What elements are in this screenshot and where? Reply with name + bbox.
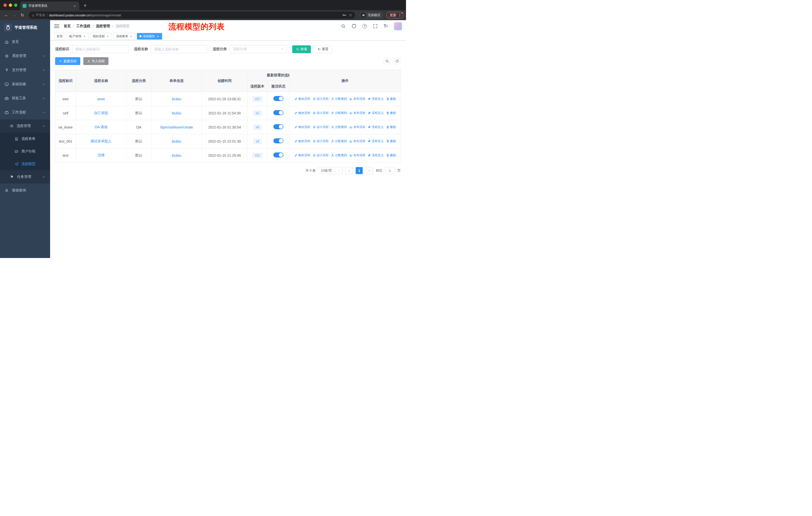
row-action-delete-process[interactable]: 删除	[386, 139, 396, 143]
search-button[interactable]: 搜索	[292, 45, 311, 53]
row-action-delete-process[interactable]: 删除	[386, 153, 396, 158]
sidebar-item-workflow[interactable]: 工作流程	[0, 105, 50, 119]
process-name-link[interactable]: eeee	[97, 97, 105, 101]
row-action-design-process[interactable]: 设计流程	[313, 111, 329, 115]
row-action-deploy-process[interactable]: 发布流程	[349, 97, 366, 101]
status-toggle[interactable]	[273, 96, 283, 101]
app-logo[interactable]: 芋道管理系统	[0, 20, 50, 35]
row-action-assign-rules[interactable]: 分配规则	[331, 153, 347, 158]
row-action-process-definition[interactable]: 流程定义	[368, 111, 384, 115]
goto-page-input[interactable]	[385, 167, 395, 174]
refresh-table-button[interactable]	[393, 57, 401, 65]
sidebar-item-process-mgmt[interactable]: 流程管理	[0, 119, 50, 133]
new-tab-button[interactable]: +	[81, 2, 89, 9]
page-1-button[interactable]: 1	[356, 167, 363, 174]
row-action-design-process[interactable]: 设计流程	[313, 125, 329, 129]
reset-button[interactable]: ↻ 重置	[314, 45, 332, 53]
github-icon[interactable]	[352, 24, 356, 28]
row-action-design-process[interactable]: 设计流程	[313, 139, 329, 143]
form-info-link[interactable]: biubiu	[172, 111, 181, 115]
sidebar-item-home[interactable]: 首页	[0, 35, 50, 49]
row-action-assign-rules[interactable]: 分配规则	[331, 111, 347, 115]
address-bar[interactable]: ⚠ 不安全 dashboard.yudao.iocoder.cn/bpm/man…	[29, 11, 355, 19]
sidebar-item-process-form[interactable]: 流程表单	[0, 133, 50, 145]
tagsview-tab-tenant[interactable]: 租户管理 ×	[67, 33, 89, 39]
breadcrumb-home[interactable]: 首页	[64, 24, 71, 28]
process-id-input[interactable]	[72, 45, 128, 53]
status-toggle[interactable]	[273, 110, 283, 115]
close-icon[interactable]: ×	[83, 34, 86, 38]
close-icon[interactable]: ×	[106, 34, 110, 38]
process-name-link[interactable]: 测试多审批人	[91, 139, 112, 143]
tagsview-tab-process-model[interactable]: 流程模型 ×	[137, 33, 162, 39]
row-action-modify-process[interactable]: 修改流程	[294, 153, 310, 158]
sidebar-toggle-icon[interactable]	[54, 24, 59, 28]
page-size-select[interactable]: 10条/页	[319, 167, 343, 174]
import-process-button[interactable]: 导入流程	[83, 57, 109, 65]
row-action-modify-process[interactable]: 修改流程	[294, 111, 310, 115]
process-name-link[interactable]: 自己审批	[94, 111, 108, 115]
status-toggle[interactable]	[273, 124, 283, 129]
toggle-search-button[interactable]	[383, 57, 390, 65]
sidebar-item-task-mgmt[interactable]: ⚑ 任务管理	[0, 170, 50, 184]
sidebar-item-process-model[interactable]: 流程模型	[0, 158, 50, 170]
row-action-assign-rules[interactable]: 分配规则	[331, 139, 347, 143]
close-icon[interactable]: ×	[156, 34, 160, 38]
row-action-deploy-process[interactable]: 发布流程	[349, 139, 366, 143]
search-icon[interactable]	[341, 24, 346, 28]
help-icon[interactable]: ?	[362, 24, 367, 28]
sidebar-item-payment-mgmt[interactable]: ¥ 支付管理	[0, 63, 50, 77]
row-action-process-definition[interactable]: 流程定义	[368, 125, 384, 129]
breadcrumb-workflow[interactable]: 工作流程	[76, 24, 90, 28]
tagsview-tab-home[interactable]: 首页	[54, 33, 65, 39]
category-select[interactable]: 流程分类	[230, 45, 287, 53]
row-action-assign-rules[interactable]: 分配规则	[331, 97, 347, 101]
row-action-process-definition[interactable]: 流程定义	[368, 139, 384, 143]
breadcrumb-process-mgmt[interactable]: 流程管理	[96, 24, 110, 28]
bookmark-star-icon[interactable]: ☆	[349, 13, 352, 18]
window-zoom-button[interactable]	[14, 3, 18, 7]
font-size-icon[interactable]: TT	[384, 24, 388, 28]
create-process-button[interactable]: 新建流程	[55, 57, 80, 65]
sidebar-item-user-group[interactable]: 用户分组	[0, 145, 50, 158]
form-info-link[interactable]: biubiu	[172, 139, 181, 143]
sidebar-item-system-mgmt[interactable]: ⚙ 系统管理	[0, 49, 50, 63]
browser-menu-icon[interactable]: ⋮	[398, 13, 402, 18]
status-toggle[interactable]	[273, 153, 283, 158]
reload-button[interactable]: ↻	[19, 11, 26, 19]
browser-tab-active[interactable]: 芋道管理系统 ×	[20, 1, 79, 10]
tab-close-icon[interactable]: ×	[73, 4, 77, 8]
form-info-link[interactable]: biubiu	[172, 154, 181, 158]
forward-button[interactable]: →	[10, 11, 18, 19]
user-avatar[interactable]	[394, 22, 402, 30]
password-key-icon[interactable]	[342, 13, 346, 17]
fullscreen-icon[interactable]	[373, 24, 378, 28]
back-button[interactable]: ←	[2, 11, 10, 19]
row-action-delete-process[interactable]: 删除	[386, 125, 396, 129]
close-icon[interactable]: ×	[129, 34, 133, 38]
prev-page-button[interactable]: ‹	[346, 167, 353, 174]
browser-update-button[interactable]: 更新 ⋮	[386, 12, 404, 19]
process-name-input[interactable]	[151, 45, 207, 53]
row-action-design-process[interactable]: 设计流程	[313, 97, 329, 101]
sidebar-item-infrastructure[interactable]: 基础设施	[0, 77, 50, 91]
row-action-design-process[interactable]: 设计流程	[313, 153, 329, 158]
row-action-process-definition[interactable]: 流程定义	[368, 97, 384, 101]
status-toggle[interactable]	[273, 138, 283, 143]
row-action-deploy-process[interactable]: 发布流程	[349, 111, 366, 115]
row-action-modify-process[interactable]: 修改流程	[294, 139, 310, 143]
row-action-delete-process[interactable]: 删除	[386, 97, 396, 101]
next-page-button[interactable]: ›	[366, 167, 373, 174]
row-action-deploy-process[interactable]: 发布流程	[349, 125, 366, 129]
security-chip[interactable]: ⚠ 不安全	[32, 13, 45, 18]
row-action-delete-process[interactable]: 删除	[386, 111, 396, 115]
tagsview-tab-process-form[interactable]: 流程表单 ×	[114, 33, 136, 39]
sidebar-item-dev-tools[interactable]: 研发工具	[0, 91, 50, 105]
row-action-process-definition[interactable]: 流程定义	[368, 153, 384, 158]
process-name-link[interactable]: OA 请假	[95, 125, 108, 129]
form-info-link[interactable]: biubiu	[172, 97, 181, 101]
window-close-button[interactable]	[3, 3, 7, 7]
process-name-link[interactable]: 滔博	[98, 153, 105, 157]
row-action-modify-process[interactable]: 修改流程	[294, 97, 310, 101]
row-action-modify-process[interactable]: 修改流程	[294, 125, 310, 129]
